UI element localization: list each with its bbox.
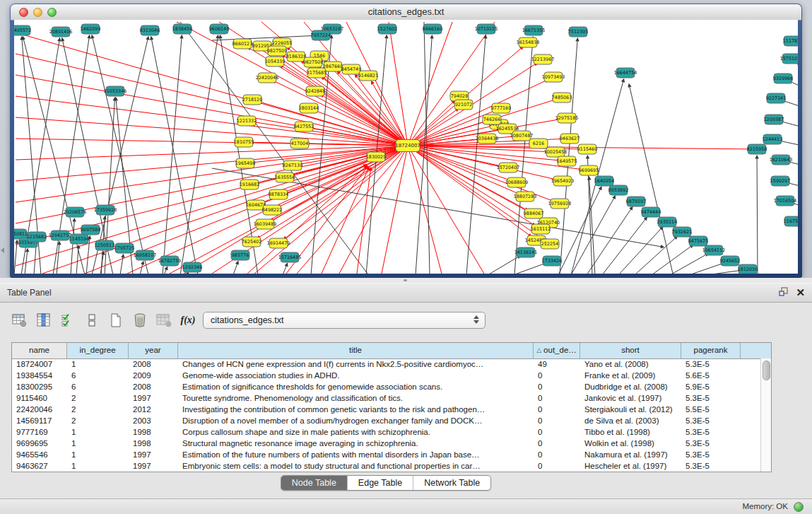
zoom-window-button[interactable]: [47, 8, 57, 17]
graph-edge: [184, 165, 366, 274]
graph-edge: [408, 146, 484, 274]
graph-node-label: 9699695: [579, 168, 599, 173]
table-row[interactable]: 946362711997Embryonic stem cells: a mode…: [12, 460, 761, 472]
column-header-short[interactable]: short: [580, 343, 681, 358]
graph-node-label: 9097588: [81, 227, 100, 233]
column-header-name[interactable]: name: [12, 343, 67, 358]
graph-node-label: 1812030: [738, 267, 758, 272]
graph-node-label: 9777169: [491, 105, 511, 111]
tab-network-table[interactable]: Network Table: [413, 476, 490, 490]
graph-edge: [408, 146, 442, 274]
function-builder-icon[interactable]: f(x): [180, 311, 196, 329]
graph-node-label: 12213967: [531, 57, 555, 62]
graph-node-label: 6879197: [626, 199, 646, 204]
status-bar: Memory: OK: [0, 498, 812, 514]
column-header-out_de[interactable]: △out_de…: [534, 343, 580, 358]
table-row[interactable]: 1938455462009Genome-wide association stu…: [12, 370, 761, 381]
column-header-in_degree[interactable]: in_degree: [67, 343, 129, 358]
table-scrollbar[interactable]: [760, 358, 771, 472]
table-row[interactable]: 1830029562008Estimation of significance …: [12, 381, 761, 392]
table-cell: 5.3E-5: [681, 460, 741, 472]
column-header-year[interactable]: year: [129, 343, 178, 358]
graph-node-label: 8186328: [286, 54, 306, 59]
float-panel-icon[interactable]: [778, 286, 789, 299]
select-columns-icon[interactable]: [35, 311, 52, 329]
column-header-title[interactable]: title: [178, 343, 534, 358]
table-cell: Dudbridge et al. (2008): [580, 381, 681, 392]
graph-node-label: 8313046: [140, 28, 160, 33]
table-cell: Changes of HCN gene expression and I(f) …: [178, 358, 534, 370]
table-cell: 2008: [129, 381, 178, 392]
graph-node-label: 1527602: [377, 26, 397, 32]
table-row[interactable]: 977716911998Corpus callosum shape and si…: [12, 426, 761, 438]
graph-node-label: 16039489: [254, 221, 277, 227]
graph-node-label: 7512395: [568, 29, 588, 35]
table-cell: 1: [67, 358, 129, 370]
graph-node-label: 17016504: [774, 198, 797, 204]
table-cell: 1: [67, 426, 129, 438]
table-scrollbar-thumb[interactable]: [763, 361, 770, 380]
table-row[interactable]: 969969511998Structural magnetic resonanc…: [12, 438, 761, 449]
close-panel-icon[interactable]: ✕: [796, 287, 805, 298]
graph-node-label: 20364436: [476, 136, 499, 141]
table-row[interactable]: 946554611997Estimation of the future num…: [12, 449, 761, 460]
graph-node-label: 12975185: [555, 115, 579, 121]
table-cell: 9699695: [12, 438, 67, 449]
table-row[interactable]: 1456911722003Disruption of a novel membe…: [12, 415, 761, 426]
table-cell: 2: [67, 392, 129, 404]
graph-edge: [283, 263, 288, 274]
graph-node-label: 2405572: [14, 28, 31, 33]
column-header-filler[interactable]: [741, 343, 771, 358]
graph-node-label: 1830029: [366, 154, 386, 160]
graph-node-label: 1640954: [594, 178, 614, 184]
graph-node-label: 18724007: [395, 143, 420, 148]
graph-node-label: 22420046: [256, 75, 279, 81]
table-cell: 0: [534, 404, 580, 415]
graph-node-label: 8953892: [608, 187, 628, 193]
table-cell: 0: [534, 438, 580, 449]
column-header-pagerank[interactable]: pagerank: [681, 343, 741, 358]
minimize-window-button[interactable]: [33, 8, 42, 17]
graph-edge: [757, 156, 758, 274]
network-canvas[interactable]: 8660123891295422260559827509105433981863…: [14, 20, 798, 274]
graph-node-label: 2935114: [657, 219, 677, 225]
graph-node-label: 15720407: [497, 165, 520, 170]
network-window: citations_edges.txt 86601238912954222605…: [10, 4, 802, 278]
network-window-titlebar[interactable]: citations_edges.txt: [11, 4, 801, 21]
new-table-icon[interactable]: [107, 311, 124, 329]
row-check-icon[interactable]: [59, 311, 76, 329]
table-cell: 18300295: [12, 381, 67, 392]
horizontal-splitter[interactable]: [0, 278, 812, 283]
graph-node-label: 1795725: [114, 245, 134, 251]
graph-node-label: 1649575: [557, 158, 577, 164]
delete-table-icon[interactable]: [131, 311, 148, 329]
node-table[interactable]: namein_degreeyeartitle△out_de…shortpager…: [11, 342, 772, 472]
memory-indicator-icon: [794, 502, 804, 512]
table-cell: Estimation of the future numbers of pati…: [178, 449, 534, 460]
tab-node-table[interactable]: Node Table: [281, 476, 348, 490]
table-cell: Disruption of a novel member of a sodium…: [178, 415, 534, 426]
table-row[interactable]: 2242004622012Investigating the contribut…: [12, 404, 761, 415]
table-row[interactable]: 1872400712008Changes of HCN gene express…: [12, 358, 761, 370]
network-canvas-wrap: 8660123891295422260559827509105433981863…: [14, 20, 798, 274]
delete-column-icon[interactable]: [155, 311, 172, 329]
tab-edge-table[interactable]: Edge Table: [348, 476, 413, 490]
graph-node-label: 8878334: [269, 192, 288, 197]
graph-edge: [120, 255, 124, 274]
table-header[interactable]: namein_degreeyeartitle△out_de…shortpager…: [12, 343, 771, 359]
table-panel-title: Table Panel: [7, 288, 52, 298]
graph-edge: [602, 217, 647, 274]
column-settings-icon[interactable]: [11, 311, 28, 329]
panel-collapse-arrow-icon[interactable]: [1, 247, 4, 253]
graph-node-label: 19756928: [548, 201, 572, 206]
graph-node-label: 921072: [455, 102, 472, 107]
table-selector[interactable]: citations_edges.txt: [203, 312, 486, 329]
graph-edge: [76, 245, 78, 274]
graph-node-label: 9245652: [720, 258, 740, 264]
table-cell: 22420046: [12, 404, 67, 415]
stacked-rows-icon[interactable]: [83, 311, 100, 329]
table-row[interactable]: 911546021997Tourette syndrome. Phenomeno…: [12, 392, 761, 404]
close-window-button[interactable]: [19, 8, 28, 17]
table-cell: Jankovic et al. (1997): [580, 392, 681, 404]
table-body[interactable]: 1872400712008Changes of HCN gene express…: [12, 358, 761, 472]
